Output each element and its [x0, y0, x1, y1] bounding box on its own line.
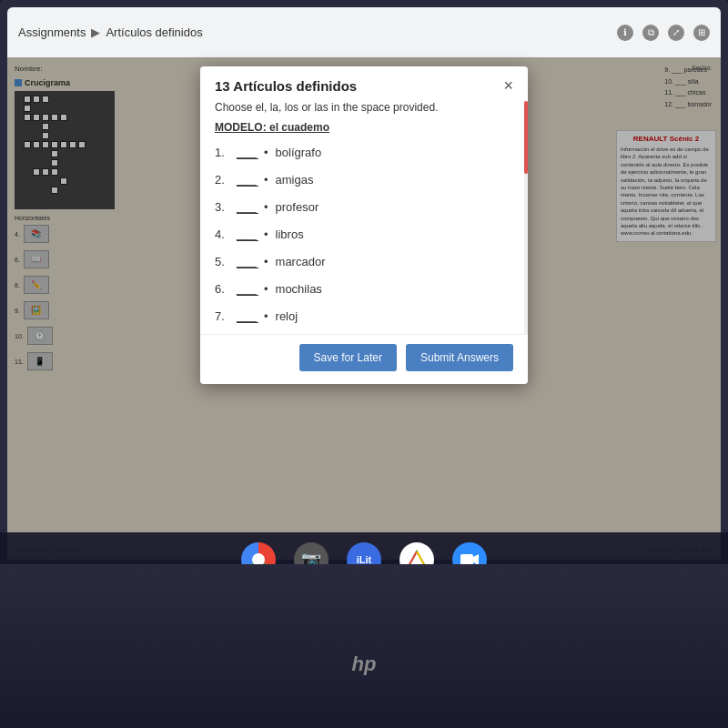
submit-answers-button[interactable]: Submit Answers [406, 344, 513, 371]
breadcrumb-assignments[interactable]: Assignments [18, 25, 86, 39]
scrollbar[interactable] [524, 101, 528, 334]
modal-dialog: 13 Artículos definidos × Choose el, la, … [200, 66, 528, 384]
external-link-icon[interactable]: ⧉ [642, 25, 659, 41]
browser-chrome: Assignments ▶ Artículos definidos ℹ ⧉ ⤢ … [7, 7, 721, 57]
modal-instruction: Choose el, la, los or las in the space p… [215, 101, 513, 114]
list-item: 1. ___ • bolígrafo [215, 145, 513, 159]
laptop-body: hp [0, 564, 728, 728]
modelo-label: MODELO: [215, 121, 269, 134]
modal-header: 13 Artículos definidos × [200, 66, 528, 101]
modal-title: 13 Artículos definidos [215, 78, 357, 94]
list-item: 2. ___ • amigas [215, 172, 513, 187]
modal-close-button[interactable]: × [503, 77, 513, 94]
scrollbar-thumb [524, 101, 528, 174]
modal-items-list: 1. ___ • bolígrafo 2. ___ • amigas 3. __… [215, 145, 513, 323]
modal-modelo: MODELO: el cuademo [215, 121, 513, 134]
grid-icon[interactable]: ⊞ [693, 25, 710, 41]
breadcrumb-separator: ▶ [91, 25, 100, 39]
modelo-phrase: cuademo [278, 121, 329, 134]
modelo-word: el [269, 121, 278, 134]
list-item: 3. ___ • profesor [215, 199, 513, 214]
modal-footer: Save for Later Submit Answers [200, 334, 528, 384]
save-for-later-button[interactable]: Save for Later [299, 344, 397, 371]
list-item: 7. ___ • reloj [215, 308, 513, 323]
breadcrumb: Assignments ▶ Artículos definidos [18, 25, 617, 39]
modal-body: Choose el, la, los or las in the space p… [200, 101, 528, 334]
info-icon[interactable]: ℹ [617, 25, 633, 41]
browser-icons: ℹ ⧉ ⤢ ⊞ [617, 25, 710, 41]
breadcrumb-current: Artículos definidos [106, 25, 202, 39]
list-item: 5. ___ • marcador [215, 254, 513, 268]
list-item: 4. ___ • libros [215, 227, 513, 241]
hp-logo: hp [352, 652, 377, 676]
expand-icon[interactable]: ⤢ [668, 25, 684, 41]
modal-overlay: 13 Artículos definidos × Choose el, la, … [7, 57, 721, 560]
list-item: 6. ___ • mochilas [215, 281, 513, 296]
